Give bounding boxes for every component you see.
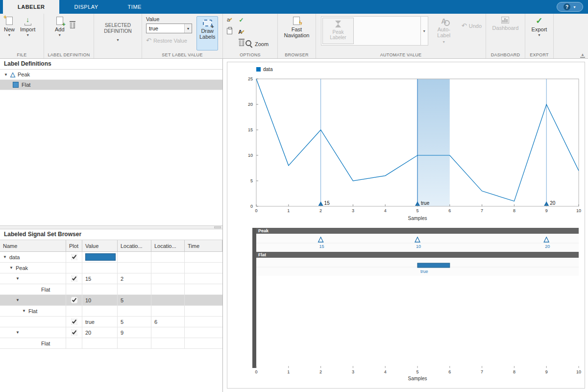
ribbon-section-label-definition: + Add ▼ LABEL DEFINITION (44, 14, 94, 58)
trash-icon (70, 23, 75, 28)
svg-text:true: true (420, 269, 428, 274)
zoom-button[interactable]: Zoom (245, 40, 269, 48)
delete-definition-button[interactable] (68, 22, 77, 29)
tab-display[interactable]: DISPLAY (59, 0, 113, 14)
column-header[interactable]: Locatio... (118, 240, 151, 251)
svg-text:20: 20 (545, 244, 550, 249)
value-combobox[interactable]: true ▼ (146, 24, 192, 33)
column-header[interactable]: Plot (66, 240, 82, 251)
undo-button[interactable]: ↶ Undo (460, 23, 484, 29)
svg-text:10: 10 (416, 244, 421, 249)
add-document-icon: + (56, 17, 63, 25)
dashboard-icon (501, 17, 509, 24)
plot-checkbox[interactable] (71, 318, 77, 325)
labeled-signal-set-browser-panel: Labeled Signal Set Browser NamePlotValue… (0, 229, 222, 392)
paste-icon[interactable] (227, 28, 232, 34)
restore-value-button[interactable]: ↶ Restore Value (146, 38, 193, 44)
column-header[interactable]: Value (82, 240, 118, 251)
table-row[interactable]: true56 (0, 317, 222, 327)
rename-label-icon[interactable]: A (238, 29, 245, 35)
auto-label-button[interactable]: A Auto- Label ▼ (433, 16, 455, 45)
table-row[interactable]: ▼data (0, 252, 222, 263)
column-header[interactable]: Name (0, 240, 66, 251)
panel-splitter[interactable] (0, 225, 222, 229)
collapse-arrow-icon[interactable]: ▼ (4, 73, 8, 77)
svg-text:20: 20 (248, 102, 253, 107)
table-row[interactable]: ▼209 (0, 327, 222, 338)
svg-text:15: 15 (324, 200, 330, 206)
import-icon: ↓ (24, 17, 32, 25)
svg-text:1: 1 (287, 208, 290, 213)
edit-label-value-icon[interactable]: a (227, 17, 232, 23)
svg-text:10: 10 (576, 369, 581, 374)
apply-check-icon[interactable]: ✓ (239, 17, 244, 24)
table-row[interactable]: Flat (0, 284, 222, 295)
expand-arrow-icon[interactable]: ▼ (16, 330, 20, 335)
svg-text:Samples: Samples (408, 216, 427, 221)
ribbon-section-options: a ✓ A Zoom OPTIONS (223, 14, 278, 58)
flat-label-bar[interactable] (417, 263, 450, 268)
ribbon: + New ▼ ↓ Import ▼ FILE + Add ▼ LABEL DE… (0, 14, 588, 59)
import-button[interactable]: ↓ Import ▼ (18, 16, 37, 38)
section-label-label-definition: LABEL DEFINITION (44, 52, 94, 57)
expand-arrow-icon[interactable]: ▼ (16, 298, 20, 302)
plus-icon: + (3, 15, 7, 20)
svg-text:4: 4 (384, 369, 387, 374)
section-label-browser: BROWSER (278, 52, 316, 57)
new-button[interactable]: + New ▼ (2, 16, 17, 38)
ribbon-section-browser: Fast Navigation BROWSER (278, 14, 316, 58)
svg-text:6: 6 (448, 369, 451, 374)
label-viewer[interactable]: Peak151020Flattrue012345678910Samples (227, 226, 585, 388)
plot-checkbox[interactable] (71, 297, 77, 303)
magnifier-icon (245, 40, 253, 48)
plot-checkbox[interactable] (71, 254, 77, 260)
expand-arrow-icon[interactable]: ▼ (9, 266, 13, 270)
signal-plot[interactable]: 15true200510152025012345678910Samplesdat… (227, 62, 585, 226)
row-name: Peak (16, 265, 28, 271)
draw-labels-button[interactable]: Draw Labels (196, 16, 218, 50)
svg-text:15: 15 (248, 127, 253, 132)
column-header[interactable]: Locatio... (151, 240, 185, 251)
signal-set-table: NamePlotValueLocatio...Locatio...Time▼da… (0, 240, 222, 392)
tab-time[interactable]: TIME (113, 0, 156, 14)
table-row[interactable]: ▼Peak (0, 263, 222, 273)
expand-arrow-icon[interactable]: ▼ (22, 309, 26, 313)
fast-navigation-button[interactable]: Fast Navigation (282, 16, 312, 39)
table-row[interactable]: ▼152 (0, 273, 222, 284)
label-definition-peak[interactable]: ▼ △ Peak (0, 70, 222, 80)
caret-down-icon: ▼ (58, 33, 61, 37)
tab-labeler[interactable]: LABELER (3, 0, 59, 14)
label-name: Flat (22, 82, 30, 88)
ribbon-section-dashboard: Dashboard DASHBOARD (486, 14, 525, 58)
legend-swatch (256, 67, 261, 72)
flat-region[interactable] (417, 79, 450, 206)
collapse-ribbon-button[interactable]: ▲ (580, 52, 585, 58)
add-definition-button[interactable]: + Add ▼ (53, 16, 67, 38)
plus-icon: + (62, 22, 66, 27)
automation-gallery: Peak Labeler ▼ (321, 16, 428, 46)
expand-arrow-icon[interactable]: ▼ (3, 255, 7, 259)
combo-caret-icon[interactable]: ▼ (184, 24, 192, 33)
help-button[interactable]: ? ▼ (557, 2, 583, 12)
gallery-dropdown-icon[interactable]: ▼ (420, 17, 428, 45)
splitter-handle[interactable] (214, 226, 221, 228)
svg-text:5: 5 (250, 178, 253, 183)
delete-label-icon[interactable] (239, 40, 244, 46)
plot-checkbox[interactable] (71, 275, 77, 282)
table-row[interactable]: ▼105 (0, 295, 222, 306)
selected-definition-dropdown[interactable]: SELECTED DEFINITION ▼ (102, 22, 134, 43)
dashboard-button[interactable]: Dashboard (490, 16, 521, 31)
caret-down-icon: ▼ (26, 33, 29, 37)
export-button[interactable]: ✓ Export ▼ (530, 16, 549, 38)
table-row[interactable]: ▼Flat (0, 306, 222, 317)
table-row[interactable]: Flat (0, 338, 222, 349)
svg-text:7: 7 (481, 369, 483, 374)
peak-labeler-gallery-item[interactable]: Peak Labeler (322, 18, 354, 44)
label-definition-flat[interactable]: Flat (0, 80, 222, 90)
ribbon-filler: ▲ (554, 14, 588, 58)
section-label-automate-value: AUTOMATE VALUE (316, 52, 486, 57)
expand-arrow-icon[interactable]: ▼ (16, 276, 20, 281)
plot-checkbox[interactable] (71, 329, 77, 336)
caret-down-icon: ▼ (538, 33, 541, 37)
column-header[interactable]: Time (185, 240, 222, 251)
